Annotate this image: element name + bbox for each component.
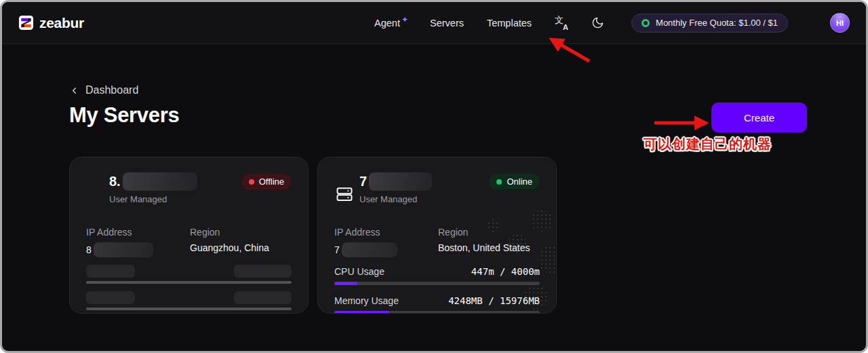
create-area: Create 可以创建自己的机器 — [711, 103, 807, 132]
redacted-ip — [342, 242, 397, 257]
memory-progress-track — [334, 311, 540, 314]
breadcrumb-label: Dashboard — [85, 84, 138, 96]
memory-progress-fill — [334, 311, 389, 314]
status-badge: Online — [489, 174, 540, 189]
region-label: Region — [190, 227, 269, 238]
page-title: My Servers — [69, 103, 179, 128]
server-card-offline[interactable]: 8. User Managed Offline IP Address — [69, 157, 309, 314]
status-label: Online — [507, 176, 532, 187]
ip-value: 7 — [334, 244, 340, 255]
chevron-left-icon — [69, 86, 79, 96]
server-cards: 8. User Managed Offline IP Address — [69, 157, 807, 314]
avatar[interactable]: HI — [830, 13, 850, 33]
ip-label: IP Address — [334, 227, 438, 238]
ip-label: IP Address — [86, 227, 190, 238]
region-value: Guangzhou, China — [190, 242, 269, 253]
main-content: Dashboard My Servers Create 可以创建自己的机器 — [2, 44, 866, 314]
skeleton-value — [234, 265, 292, 278]
nav-item-servers[interactable]: Servers — [430, 18, 464, 29]
nav-item-agent[interactable]: Agent✦ — [374, 18, 407, 29]
cpu-progress-track — [334, 282, 540, 285]
memory-usage-label: Memory Usage — [334, 295, 399, 306]
quota-ring-icon — [642, 19, 650, 27]
quota-badge[interactable]: Monthly Free Quota: $1.00 / $1 — [631, 14, 788, 33]
skeleton-value — [234, 291, 292, 304]
offline-dot-icon — [249, 179, 254, 185]
managed-label: User Managed — [109, 194, 197, 204]
skeleton-label — [86, 291, 135, 304]
page-heading-block: Dashboard My Servers — [69, 84, 179, 128]
brand-name: zeabur — [39, 15, 84, 31]
skeleton-progress-track — [86, 308, 292, 310]
skeleton-progress-track — [86, 281, 292, 284]
redacted-server-name — [123, 172, 197, 191]
managed-label: User Managed — [359, 194, 432, 204]
skeleton-label — [86, 265, 135, 278]
create-button[interactable]: Create — [711, 103, 807, 132]
cpu-usage-value: 447m / 4000m — [471, 266, 540, 277]
region-value: Boston, United States — [438, 242, 530, 253]
ip-value: 8 — [86, 244, 92, 255]
status-label: Offline — [259, 176, 284, 187]
annotation-note: 可以创建自己的机器 — [644, 135, 772, 153]
status-badge: Offline — [241, 174, 292, 189]
nav-item-templates[interactable]: Templates — [487, 18, 532, 29]
server-card-online[interactable]: 7 User Managed Online IP Address — [317, 157, 557, 314]
server-icon — [334, 185, 355, 204]
server-name: 8. — [109, 174, 121, 189]
online-dot-icon — [496, 179, 502, 185]
translate-icon[interactable]: 文A — [555, 16, 568, 30]
moon-icon[interactable] — [591, 16, 604, 29]
brand-logo[interactable]: zeabur — [18, 15, 84, 31]
region-label: Region — [438, 227, 530, 238]
app-window: zeabur Agent✦ Servers Templates 文A Month… — [0, 0, 868, 353]
redacted-server-name — [369, 172, 432, 191]
cpu-usage-label: CPU Usage — [334, 266, 384, 277]
cpu-progress-fill — [334, 282, 357, 285]
server-name: 7 — [359, 174, 367, 189]
navbar: zeabur Agent✦ Servers Templates 文A Month… — [2, 2, 866, 44]
breadcrumb[interactable]: Dashboard — [69, 84, 179, 96]
zeabur-logo-icon — [18, 15, 34, 31]
sparkle-icon: ✦ — [401, 15, 408, 24]
quota-label: Monthly Free Quota: $1.00 / $1 — [656, 18, 778, 28]
screenshot-stage: zeabur Agent✦ Servers Templates 文A Month… — [0, 0, 868, 353]
memory-usage-value: 4248MB / 15976MB — [448, 295, 540, 306]
nav-links: Agent✦ Servers Templates 文A Monthly Free… — [374, 13, 850, 33]
redacted-ip — [94, 242, 153, 257]
skeleton-row — [86, 291, 292, 304]
skeleton-row — [86, 265, 292, 278]
